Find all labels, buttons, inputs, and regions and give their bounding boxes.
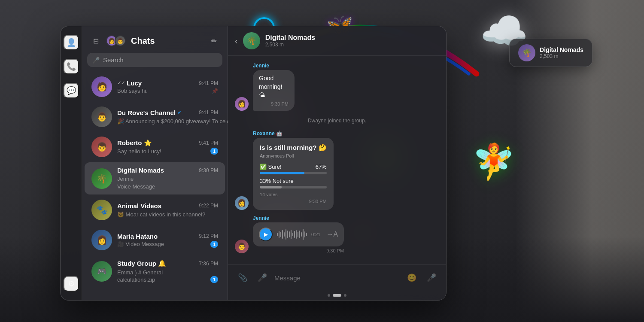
chat-item-durove[interactable]: 👨 Du Rove's Channel ✓ 9:41 PM 🎉 Announci…	[85, 102, 225, 131]
wave-bar-6	[286, 229, 286, 240]
poll-option-2-text: 33% Not sure	[260, 178, 294, 184]
poll-option-1-pct: 67%	[316, 164, 327, 170]
chat-name-row-study: Study Group 🔔 7:36 PM	[117, 260, 218, 267]
chat-time-roberto: 9:41 PM	[199, 140, 218, 146]
check-icon-lucy: ✓✓	[117, 80, 125, 86]
chat-item-nomads[interactable]: 🌴 Digital Nomads 9:30 PM Jennie Voice Me…	[85, 162, 225, 194]
wave-bar-11	[294, 231, 295, 238]
mic-input-button[interactable]: 🎤	[255, 270, 270, 286]
badge-roberto: 1	[210, 148, 218, 155]
msg-bubble-poll: Roxanne 🤖 Is is still morning? 🤔 Anonymo…	[253, 131, 334, 210]
wave-bar-10	[292, 233, 293, 236]
chat-preview2-study: calculations.zip	[117, 276, 155, 283]
chat-item-roberto[interactable]: 👦 Roberto ⭐ 9:41 PM Say hello to Lucy! 1	[85, 132, 225, 161]
wave-bar-18	[306, 233, 307, 236]
chat-time-nomads: 9:30 PM	[199, 167, 218, 173]
chat-info-study: Study Group 🔔 7:36 PM Emma ) # General c…	[117, 260, 218, 283]
chat-preview-lucy: Bob says hi.	[117, 88, 148, 94]
chat-name-row-roberto: Roberto ⭐ 9:41 PM	[117, 139, 218, 147]
message-input-bar: 📎 🎤 😊 🎤	[228, 264, 446, 291]
sidebar-item-calls[interactable]: 📞	[64, 59, 79, 74]
poll-bar-bg-1	[260, 172, 327, 174]
chat-avatar-maria: 👩	[91, 230, 112, 250]
msg-bubble-1: Jennie Good morning! 🌤 9:30 PM	[253, 63, 313, 111]
chat-list: 🧑 ✓✓ Lucy 9:41 PM Bob says hi. 📌	[82, 71, 228, 300]
chat-item-study[interactable]: 🎮 Study Group 🔔 7:36 PM Emma ) # General…	[85, 255, 225, 287]
wave-bar-9	[291, 230, 292, 239]
chat-time-study: 7:36 PM	[199, 261, 218, 267]
compose-button[interactable]: ✏	[207, 34, 221, 48]
message-row-1: 👩 Jennie Good morning! 🌤 9:30 PM	[235, 63, 439, 111]
verified-icon-durove: ✓	[177, 109, 182, 115]
chat-name-animal: Animal Videos	[117, 202, 161, 210]
wave-bar-8	[289, 231, 290, 237]
chat-time-animal: 9:22 PM	[199, 203, 218, 209]
header-avatar-2: 👨	[115, 35, 126, 46]
chat-header-left: ⊟ 👩 👨 Chats	[89, 34, 155, 48]
chat-item-maria[interactable]: 👩 Maria Hatano 9:12 PM 🎥 Video Message 1	[85, 225, 225, 255]
mic-send-button[interactable]: 🎤	[424, 270, 439, 286]
chat-preview-roberto: Say hello to Lucy!	[117, 148, 161, 155]
chat-name-maria: Maria Hatano	[117, 233, 158, 240]
wave-bar-12	[296, 230, 297, 239]
chat-item-animal[interactable]: 🐾 Animal Videos 9:22 PM 🐱 Moar cat video…	[85, 195, 225, 225]
chat-time-lucy: 9:41 PM	[199, 80, 218, 86]
chat-avatar-lucy: 🧑	[91, 76, 112, 97]
scroll-dot-3	[344, 294, 346, 297]
wave-bar-3	[280, 232, 281, 237]
poll-subtitle: Anonymous Poll	[260, 153, 327, 158]
sidebar: 👤 📞 💬 ⚙	[61, 26, 82, 300]
ar-contact-name: Digital Nomads	[540, 46, 583, 53]
voice-time: 9:30 PM	[253, 248, 344, 253]
messages-area[interactable]: 👩 Jennie Good morning! 🌤 9:30 PM Dwayne …	[228, 56, 446, 264]
chat-time-maria: 9:12 PM	[199, 233, 218, 239]
ar-contact-info: Digital Nomads 2,503 m	[540, 46, 583, 59]
emoji-button[interactable]: 😊	[404, 270, 419, 286]
msg-avatar-jennie-2: 👨	[235, 240, 249, 253]
sidebar-toggle-button[interactable]: ⊟	[89, 34, 103, 48]
sidebar-item-chats[interactable]: 💬	[64, 83, 79, 98]
back-button[interactable]: ‹	[235, 36, 238, 46]
chat-main: ‹ 🌴 Digital Nomads 2,503 m 👩 Jennie Good…	[228, 26, 446, 300]
poll-option-2-label: 33% Not sure	[260, 178, 327, 184]
wave-bar-7	[287, 231, 288, 238]
chat-name-row-lucy: ✓✓ Lucy 9:41 PM	[117, 79, 218, 87]
search-input[interactable]	[103, 56, 217, 64]
chat-main-status: 2,503 m	[265, 42, 439, 48]
poll-time: 9:30 PM	[260, 199, 327, 204]
system-message-dwayne: Dwayne joined the group.	[235, 116, 439, 125]
chat-item-lucy[interactable]: 🧑 ✓✓ Lucy 9:41 PM Bob says hi. 📌	[85, 72, 225, 101]
msg-sender-jennie-1: Jennie	[253, 63, 313, 69]
voice-play-button[interactable]: ▶	[259, 228, 273, 241]
msg-avatar-jennie-1: 👩	[235, 97, 249, 111]
wave-bar-13	[298, 232, 298, 237]
msg-text-1: Good morning! 🌤	[259, 75, 282, 98]
msg-bubble-text-1: Good morning! 🌤 9:30 PM	[253, 70, 295, 111]
chat-avatar-roberto: 👦	[91, 137, 112, 157]
chat-name-nomads: Digital Nomads	[117, 167, 164, 174]
poll-option-1[interactable]: ✅ Sure! 67%	[260, 164, 327, 174]
msg-bubble-voice-wrap: Jennie ▶	[253, 215, 344, 253]
poll-option-1-text: ✅ Sure!	[260, 164, 282, 170]
chat-avatar-study: 🎮	[91, 261, 112, 282]
sidebar-item-settings[interactable]: ⚙	[64, 276, 79, 292]
chat-time-durove: 9:41 PM	[199, 109, 218, 115]
chat-preview-maria: 🎥 Video Message	[117, 241, 164, 247]
chat-name-roberto: Roberto ⭐	[117, 139, 152, 147]
poll-votes: 14 votes	[260, 192, 327, 197]
poll-bar-fill-2	[260, 186, 282, 188]
chat-main-info: Digital Nomads 2,503 m	[265, 34, 439, 48]
msg-avatar-roxanne: 👩	[235, 196, 249, 210]
chat-name-study: Study Group 🔔	[117, 260, 166, 267]
chat-list-panel: ⊟ 👩 👨 Chats ✏ 🎤 🧑 ✓✓	[82, 26, 228, 300]
chat-name-durove: Du Rove's Channel ✓	[117, 109, 182, 116]
search-bar[interactable]: 🎤	[87, 53, 222, 67]
chat-main-avatar: 🌴	[243, 32, 260, 49]
poll-option-2[interactable]: 33% Not sure	[260, 178, 327, 188]
attachment-button[interactable]: 📎	[235, 270, 250, 286]
chat-name-row-nomads: Digital Nomads 9:30 PM	[117, 167, 218, 174]
chat-preview-study: Emma ) # General	[117, 269, 163, 276]
sidebar-item-contacts[interactable]: 👤	[64, 35, 79, 50]
message-input[interactable]	[274, 274, 400, 282]
mic-icon: 🎤	[92, 57, 100, 64]
